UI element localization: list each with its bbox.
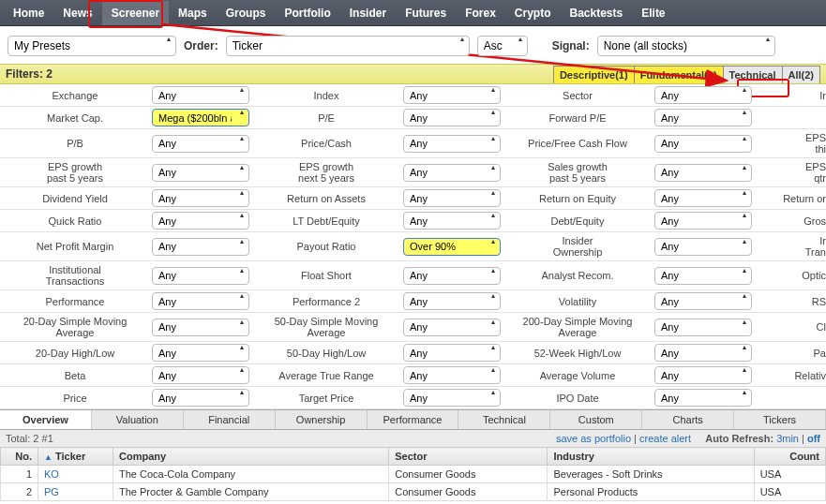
filter-select[interactable]: Any — [654, 189, 752, 207]
presets-select[interactable]: My Presets — [8, 36, 176, 56]
nav-insider[interactable]: Insider — [340, 1, 396, 25]
filter-cell: Any — [401, 261, 503, 290]
filter-cell: Any — [401, 187, 503, 210]
filter-cell: Any — [401, 342, 503, 364]
col-company[interactable]: Company — [113, 448, 389, 466]
filter-select[interactable]: Any — [152, 267, 249, 285]
filter-label-cut: RS — [754, 290, 826, 313]
view-tab-ownership[interactable]: Ownership — [276, 410, 368, 429]
nav-crypto[interactable]: Crypto — [505, 1, 561, 25]
view-tab-charts[interactable]: Charts — [642, 410, 734, 429]
filter-select[interactable]: Any — [403, 86, 501, 104]
filter-select[interactable]: Any — [152, 389, 249, 407]
filter-select[interactable]: Any — [152, 319, 249, 336]
save-portfolio-link[interactable]: save as portfolio — [556, 433, 631, 444]
filter-label: Average Volume — [503, 364, 653, 387]
nav-backtests[interactable]: Backtests — [561, 1, 633, 25]
filter-select[interactable]: Any — [654, 389, 752, 407]
tab-descriptive[interactable]: Descriptive(1) — [553, 66, 635, 83]
filter-select[interactable]: Any — [152, 238, 249, 256]
filter-select[interactable]: Any — [152, 164, 249, 182]
nav-futures[interactable]: Futures — [396, 1, 456, 25]
filter-label: EPS growthpast 5 years — [0, 158, 150, 187]
filter-select[interactable]: Any — [152, 212, 249, 230]
nav-elite[interactable]: Elite — [632, 1, 674, 25]
filter-select[interactable]: Mega ($200bln and — [152, 109, 249, 126]
ticker-link[interactable]: PG — [44, 486, 59, 497]
filter-select[interactable]: Any — [654, 292, 752, 310]
nav-home[interactable]: Home — [4, 1, 53, 25]
filter-select[interactable]: Any — [403, 319, 501, 336]
filter-select[interactable]: Any — [403, 189, 501, 207]
filter-select[interactable]: Any — [654, 135, 752, 153]
filter-select[interactable]: Any — [403, 389, 501, 407]
auto-refresh-val[interactable]: 3min — [776, 433, 799, 444]
filter-cell: Any — [401, 84, 503, 107]
filter-select[interactable]: Any — [403, 344, 501, 362]
cell-no: 2 — [1, 483, 38, 501]
col-count[interactable]: Count — [754, 448, 825, 466]
cell-ticker: PG — [38, 483, 113, 501]
filters-label: Filters: — [6, 67, 43, 81]
nav-screener[interactable]: Screener — [102, 1, 169, 25]
filter-select[interactable]: Any — [403, 212, 501, 230]
filter-select[interactable]: Any — [403, 292, 501, 310]
filter-select[interactable]: Any — [654, 267, 752, 285]
nav-forex[interactable]: Forex — [456, 1, 505, 25]
nav-portfolio[interactable]: Portfolio — [275, 1, 339, 25]
filter-label-cut: Cl — [754, 313, 826, 342]
view-tab-financial[interactable]: Financial — [184, 410, 276, 429]
filter-cell: Any — [150, 387, 251, 409]
filter-select[interactable]: Any — [654, 212, 752, 230]
filter-select[interactable]: Any — [654, 238, 752, 256]
filter-select[interactable]: Any — [152, 292, 249, 310]
cell-sector: Consumer Goods — [389, 483, 548, 501]
view-tab-custom[interactable]: Custom — [550, 410, 642, 429]
filter-select[interactable]: Any — [152, 86, 249, 104]
filter-select[interactable]: Any — [152, 189, 249, 207]
filter-select[interactable]: Over 90% — [403, 238, 501, 256]
filter-label: Net Profit Margin — [0, 232, 150, 261]
view-tab-tickers[interactable]: Tickers — [734, 410, 826, 429]
order-label: Order: — [184, 39, 218, 52]
filter-select[interactable]: Any — [403, 135, 501, 153]
filter-select[interactable]: Any — [152, 135, 249, 153]
filter-select[interactable]: Any — [152, 366, 249, 384]
nav-groups[interactable]: Groups — [217, 1, 276, 25]
tab-fundamental[interactable]: Fundamental(1) — [634, 66, 724, 83]
filter-cell: Any — [150, 313, 251, 342]
signal-select[interactable]: None (all stocks) — [597, 36, 775, 56]
asc-select[interactable]: Asc — [477, 36, 528, 56]
filter-label: 50-Day High/Low — [251, 342, 401, 364]
filter-select[interactable]: Any — [403, 366, 501, 384]
filter-label: Performance 2 — [251, 290, 401, 313]
auto-refresh-off[interactable]: off — [807, 433, 820, 444]
filter-select[interactable]: Any — [654, 344, 752, 362]
col-sector[interactable]: Sector — [389, 448, 548, 466]
order-select[interactable]: Ticker — [226, 36, 470, 56]
nav-news[interactable]: News — [53, 1, 101, 25]
view-tab-overview[interactable]: Overview — [0, 410, 92, 429]
col-industry[interactable]: Industry — [548, 448, 754, 466]
signal-label: Signal: — [552, 39, 590, 52]
view-tab-performance[interactable]: Performance — [368, 410, 459, 429]
view-tab-technical[interactable]: Technical — [458, 410, 550, 429]
filter-select[interactable]: Any — [403, 267, 501, 285]
filter-select[interactable]: Any — [654, 366, 752, 384]
view-tab-valuation[interactable]: Valuation — [92, 410, 184, 429]
create-alert-link[interactable]: create alert — [639, 433, 691, 444]
filter-select[interactable]: Any — [654, 109, 752, 126]
filter-select[interactable]: Any — [152, 344, 249, 362]
filter-select[interactable]: Any — [654, 319, 752, 336]
filter-select[interactable]: Any — [654, 164, 752, 182]
tab-all[interactable]: All(2) — [782, 66, 821, 83]
col-no[interactable]: No. — [1, 448, 38, 466]
filter-select[interactable]: Any — [654, 86, 752, 104]
filter-cell: Any — [401, 387, 503, 409]
col-ticker[interactable]: ▲ Ticker — [38, 448, 113, 466]
filter-select[interactable]: Any — [403, 109, 501, 126]
filter-select[interactable]: Any — [403, 164, 501, 182]
ticker-link[interactable]: KO — [44, 468, 59, 480]
nav-maps[interactable]: Maps — [169, 1, 217, 25]
tab-technical[interactable]: Technical — [723, 66, 783, 83]
